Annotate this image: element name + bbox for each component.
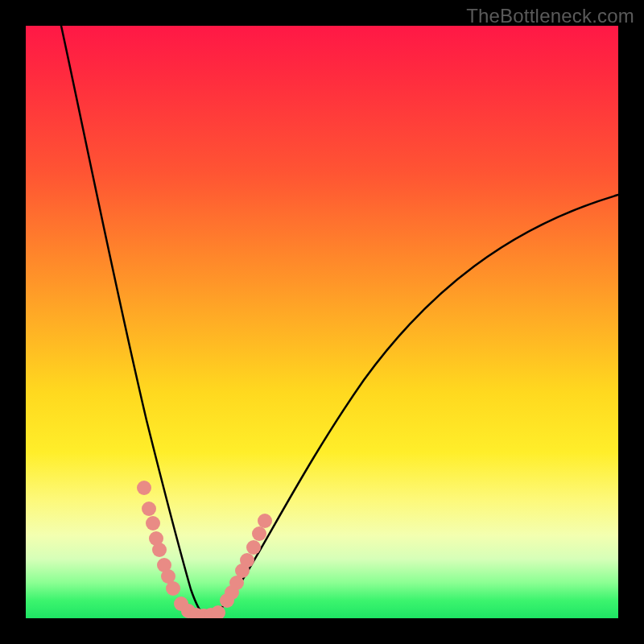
curve-right-branch xyxy=(204,195,618,615)
chart-frame: TheBottleneck.com xyxy=(0,0,644,644)
data-point xyxy=(142,502,156,516)
plot-area xyxy=(26,26,618,618)
bottleneck-curve xyxy=(26,26,618,618)
data-point xyxy=(166,581,180,596)
data-point xyxy=(252,526,266,541)
data-point xyxy=(146,516,160,530)
curve-left-branch xyxy=(61,26,204,615)
data-point xyxy=(137,481,151,495)
data-point xyxy=(258,514,272,528)
watermark-text: TheBottleneck.com xyxy=(466,5,634,27)
data-point xyxy=(152,543,167,557)
data-point xyxy=(240,553,254,568)
data-point xyxy=(246,540,261,555)
